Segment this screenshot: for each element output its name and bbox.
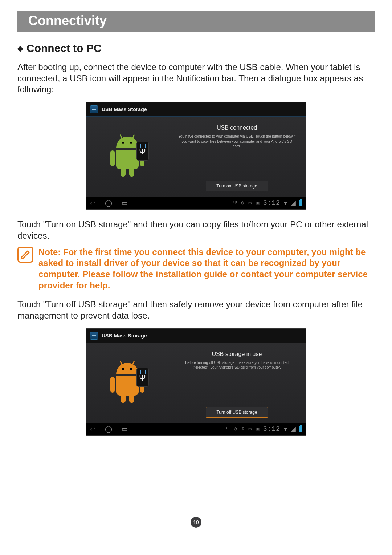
note-callout: Note: For the first time you connect thi… — [17, 247, 375, 291]
recent-apps-icon[interactable]: ▭ — [122, 426, 128, 432]
note-icon — [17, 247, 33, 263]
app-titlebar: USB Mass Storage — [86, 102, 306, 117]
turn-off-usb-storage-button[interactable]: Turn off USB storage — [206, 407, 268, 418]
section-header: Connectivity — [17, 11, 375, 32]
app-icon — [90, 332, 98, 340]
picture-status-icon: ▣ — [256, 427, 260, 431]
section-title: Connectivity — [28, 13, 107, 28]
signal-icon: ◢ — [291, 426, 296, 432]
system-navbar: ↩ ◯ ▭ Ψ ⚙ ✉ ▣ 3:12 ▾ ◢ — [86, 197, 306, 209]
screenshot-usb-in-use: USB Mass Storage Ψ USB storage in use Be… — [17, 328, 375, 436]
signal-icon: ◢ — [291, 200, 296, 206]
debug-status-icon: ⚙ — [241, 201, 245, 205]
download-status-icon: ↧ — [241, 427, 245, 431]
dialog-heading: USB connected — [175, 125, 298, 131]
intro-paragraph: After booting up, connect the device to … — [17, 62, 375, 95]
status-clock: 3:12 — [263, 200, 280, 206]
page-number-badge: 10 — [191, 517, 201, 528]
app-titlebar: USB Mass Storage — [86, 329, 306, 343]
mail-status-icon: ✉ — [248, 201, 252, 205]
status-tray: Ψ ⚙ ↧ ✉ ▣ 3:12 ▾ ◢ — [226, 426, 302, 432]
screenshot-usb-connected: USB Mass Storage Ψ USB connected You hav… — [17, 102, 375, 210]
dialog-description: Before turning off USB storage, make sur… — [175, 360, 298, 370]
usb-status-icon: Ψ — [226, 427, 230, 431]
dialog-description: You have connected to your computer via … — [175, 134, 298, 149]
usb-plug-icon: Ψ — [136, 142, 149, 161]
recent-apps-icon[interactable]: ▭ — [122, 200, 128, 206]
android-illustration: Ψ — [86, 343, 168, 423]
wifi-icon: ▾ — [284, 426, 287, 432]
usb-status-icon: Ψ — [233, 201, 237, 205]
wifi-icon: ▾ — [284, 200, 287, 206]
paragraph-turn-off: Touch "Turn off USB storage" and then sa… — [17, 299, 375, 321]
bullet-diamond-icon: ◆ — [17, 45, 23, 52]
mail-status-icon: ✉ — [248, 427, 252, 431]
status-tray: Ψ ⚙ ✉ ▣ 3:12 ▾ ◢ — [233, 200, 302, 206]
dialog-heading: USB storage in use — [175, 351, 298, 357]
android-illustration: Ψ — [86, 117, 168, 197]
status-clock: 3:12 — [263, 426, 280, 432]
back-icon[interactable]: ↩ — [90, 200, 95, 206]
usb-plug-icon: Ψ — [136, 368, 149, 387]
page-footer: 10 — [17, 522, 375, 533]
back-icon[interactable]: ↩ — [90, 426, 95, 432]
app-icon — [90, 105, 98, 113]
battery-icon — [299, 426, 302, 432]
note-text: Note: For the first time you connect thi… — [38, 247, 375, 291]
home-icon[interactable]: ◯ — [105, 200, 112, 206]
system-navbar: ↩ ◯ ▭ Ψ ⚙ ↧ ✉ ▣ 3:12 ▾ ◢ — [86, 423, 306, 435]
app-title: USB Mass Storage — [102, 333, 147, 339]
subsection-title: Connect to PC — [26, 42, 102, 54]
home-icon[interactable]: ◯ — [105, 426, 112, 432]
paragraph-turn-on: Touch "Turn on USB storage" and then you… — [17, 219, 375, 241]
picture-status-icon: ▣ — [256, 201, 260, 205]
turn-on-usb-storage-button[interactable]: Turn on USB storage — [206, 181, 268, 191]
battery-icon — [299, 200, 302, 206]
debug-status-icon: ⚙ — [233, 427, 237, 431]
subsection-heading: ◆ Connect to PC — [17, 42, 375, 54]
app-title: USB Mass Storage — [102, 106, 147, 112]
